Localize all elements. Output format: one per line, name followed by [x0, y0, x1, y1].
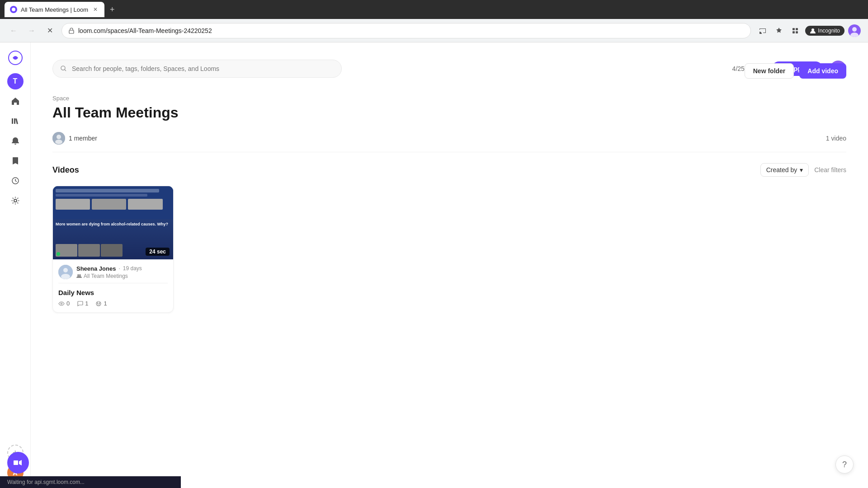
lock-icon [68, 28, 75, 34]
video-location-label: All Team Meetings [84, 273, 128, 279]
member-avatar [52, 132, 65, 145]
svg-point-19 [57, 135, 61, 139]
reaction-icon [95, 300, 102, 307]
record-button[interactable] [7, 452, 29, 474]
chevron-down-icon: ▾ [800, 166, 803, 174]
member-count: 1 member [69, 135, 97, 142]
svg-point-26 [61, 303, 62, 304]
svg-point-24 [77, 274, 79, 276]
cast-button[interactable] [756, 24, 769, 37]
video-thumbnail: More women are dying from alcohol-relate… [53, 186, 173, 259]
sidebar-item-bookmarks[interactable] [7, 153, 24, 169]
video-title: Daily News [58, 289, 168, 296]
video-card-body: Sheena Jones · 19 days All Team Meetings… [53, 259, 173, 312]
record-icon [13, 457, 24, 468]
search-bar[interactable] [52, 60, 342, 78]
star-button[interactable] [773, 24, 785, 37]
space-title: All Team Meetings [52, 104, 846, 121]
action-buttons: New folder Add video [745, 63, 846, 79]
space-meta: 1 member 1 video [52, 132, 846, 152]
extensions-button[interactable] [789, 24, 802, 37]
videos-section-title: Videos [52, 165, 79, 175]
svg-rect-30 [14, 460, 18, 465]
comment-icon [77, 300, 83, 307]
sidebar-avatar-label: T [13, 77, 18, 85]
clear-filters-button[interactable]: Clear filters [814, 166, 846, 174]
svg-rect-5 [796, 31, 798, 33]
comments-count: 1 [85, 300, 88, 307]
back-icon: ← [10, 27, 17, 35]
space-video-count: 1 video [826, 135, 846, 142]
sidebar: T + A [0, 42, 31, 488]
sidebar-workspace-avatar[interactable]: T [7, 73, 24, 89]
sidebar-item-home[interactable] [7, 93, 24, 109]
users-icon [76, 273, 82, 279]
question-icon: ? [842, 460, 847, 469]
creator-time: 19 days [123, 265, 142, 272]
reactions-stat: 1 [95, 300, 107, 307]
top-header: 4/25 videos Upgrade [52, 57, 846, 80]
member-info: 1 member [52, 132, 97, 145]
bookmark-icon [11, 156, 20, 165]
svg-point-14 [61, 66, 65, 70]
incognito-icon [810, 28, 816, 34]
main-content: 4/25 videos Upgrade Space All Team Meeti… [31, 42, 868, 488]
forward-button[interactable]: → [25, 24, 38, 37]
sidebar-item-history[interactable] [7, 173, 24, 189]
back-button[interactable]: ← [7, 24, 20, 37]
search-input[interactable] [72, 65, 334, 72]
add-video-label: Add video [807, 67, 838, 75]
address-bar[interactable]: loom.com/spaces/All-Team-Meetings-242202… [61, 23, 751, 38]
help-button[interactable]: ? [835, 455, 854, 474]
puzzle-icon [792, 27, 799, 34]
add-video-button[interactable]: Add video [799, 63, 846, 79]
video-grid: More women are dying from alcohol-relate… [52, 186, 846, 313]
home-icon [11, 97, 20, 106]
space-breadcrumb: Space [52, 95, 846, 102]
refresh-button[interactable]: ✕ [43, 24, 56, 37]
svg-point-22 [63, 268, 68, 272]
views-count: 0 [66, 300, 70, 307]
tab-close-button[interactable]: ✕ [92, 6, 99, 13]
new-folder-button[interactable]: New folder [745, 63, 794, 79]
browser-nav: ← → ✕ loom.com/spaces/All-Team-Meetings-… [0, 19, 868, 42]
nav-actions: Incognito [756, 24, 861, 37]
forward-icon: → [28, 27, 35, 35]
app-logo[interactable] [7, 50, 24, 66]
new-tab-button[interactable]: + [108, 3, 117, 16]
profile-avatar-nav[interactable] [848, 24, 861, 37]
svg-rect-4 [793, 31, 795, 33]
bell-icon [11, 136, 20, 145]
svg-point-8 [852, 27, 857, 32]
browser-tab[interactable]: All Team Meetings | Loom ✕ [5, 2, 104, 17]
created-by-filter[interactable]: Created by ▾ [760, 163, 809, 177]
comments-stat: 1 [77, 300, 88, 307]
filter-label: Created by [766, 166, 797, 174]
svg-point-28 [98, 303, 99, 304]
creator-avatar [58, 265, 73, 279]
svg-rect-12 [14, 118, 15, 124]
svg-point-20 [55, 140, 62, 144]
svg-rect-3 [796, 28, 798, 30]
reactions-count: 1 [104, 300, 107, 307]
video-card[interactable]: More women are dying from alcohol-relate… [52, 186, 174, 313]
sidebar-item-settings[interactable] [7, 192, 24, 209]
sidebar-item-library[interactable] [7, 113, 24, 129]
sidebar-item-notifications[interactable] [7, 133, 24, 149]
url-display: loom.com/spaces/All-Team-Meetings-242202… [78, 27, 744, 34]
svg-point-0 [12, 8, 15, 11]
creator-name: Sheena Jones [76, 265, 116, 272]
gear-icon [11, 196, 20, 205]
cast-icon [759, 27, 766, 34]
svg-rect-1 [69, 30, 74, 33]
thumbnail-headline: More women are dying from alcohol-relate… [56, 222, 170, 227]
filter-area: Created by ▾ Clear filters [760, 163, 846, 177]
views-stat: 0 [58, 300, 70, 307]
svg-rect-2 [793, 28, 795, 30]
videos-header: Videos Created by ▾ Clear filters [52, 163, 846, 177]
svg-point-29 [99, 303, 100, 304]
eye-icon [58, 300, 65, 307]
refresh-icon: ✕ [47, 26, 53, 35]
video-creator-row: Sheena Jones · 19 days All Team Meetings [58, 265, 168, 279]
status-bar: Waiting for api.sgmt.loom.com... [0, 476, 181, 488]
